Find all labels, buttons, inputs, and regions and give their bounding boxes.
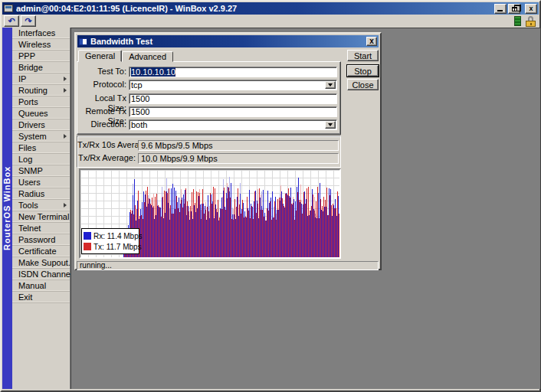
sidebar-item-telnet[interactable]: Telnet (12, 223, 70, 234)
sidebar-item-users[interactable]: Users (12, 177, 70, 188)
sidebar-item-manual[interactable]: Manual (12, 280, 70, 292)
stat-label: Tx/Rx Average: (77, 153, 136, 163)
sidebar-item-files[interactable]: Files (12, 142, 70, 154)
restore-icon (512, 7, 517, 11)
legend-row-tx: Tx: 11.7 Mbps (84, 241, 137, 252)
field-row-local-tx-size: Local Tx Size: 1500 (77, 93, 340, 103)
toolbar: ↶ ↷ (2, 15, 539, 28)
sidebar-item-exit[interactable]: Exit (12, 292, 70, 303)
sidebar-item-label: Exit (18, 292, 32, 302)
redo-button[interactable]: ↷ (21, 15, 36, 27)
winbox-window: admin@00:04:E2:01:11:95 (LicenceIR) - Wi… (0, 0, 541, 392)
field-row-remote-tx-size: Remote Tx Size: 1500 (77, 106, 340, 116)
legend-swatch (84, 243, 91, 250)
bandwidth-chart-frame: Rx: 11.4 Mbps Tx: 11.7 Mbps (79, 168, 341, 259)
sidebar-item-isdn-channels[interactable]: ISDN Channels (12, 269, 70, 280)
field-row-test-to: Test To: 10.10.10.10 (77, 67, 340, 77)
sidebar-item-radius[interactable]: Radius (12, 188, 70, 200)
sidebar-item-new-terminal[interactable]: New Terminal (12, 211, 70, 223)
sidebar-item-label: Make Supout.rif (18, 258, 77, 267)
sidebar-item-label: Interfaces (18, 28, 55, 38)
sidebar-item-snmp[interactable]: SNMP (12, 165, 70, 177)
dropdown-arrow-button[interactable] (325, 81, 336, 89)
tab-advanced[interactable]: Advanced (122, 51, 173, 62)
field-label: Test To: (77, 67, 126, 77)
chevron-down-icon (328, 123, 333, 126)
dialog-close-button[interactable]: x (366, 37, 377, 46)
sidebar-item-wireless[interactable]: Wireless (12, 39, 70, 51)
stat-value: 10.0 Mbps/9.9 Mbps (138, 153, 339, 164)
sidebar-item-ports[interactable]: Ports (12, 96, 70, 108)
sidebar-item-log[interactable]: Log (12, 154, 70, 165)
close-icon: x (529, 5, 533, 12)
sidebar-item-make-supout-rif[interactable]: Make Supout.rif (12, 257, 70, 269)
close-button[interactable]: x (525, 4, 537, 14)
sidebar-item-label: New Terminal (18, 212, 69, 221)
dialog-titlebar[interactable]: Bandwidth Test x (77, 35, 379, 47)
sidebar-item-queues[interactable]: Queues (12, 108, 70, 119)
dropdown-protocol[interactable]: tcp (129, 80, 337, 90)
sidebar-item-password[interactable]: Password (12, 234, 70, 246)
legend-label: Rx: 11.4 Mbps (93, 232, 143, 240)
sidebar-item-label: Drivers (18, 120, 45, 129)
start-button[interactable]: Start (347, 50, 379, 61)
input-test-to[interactable]: 10.10.10.10 (129, 67, 337, 77)
sidebar-item-tools[interactable]: Tools (12, 200, 70, 211)
minimize-button[interactable] (494, 4, 507, 14)
sidebar-item-routing[interactable]: Routing (12, 85, 70, 96)
app-icon (4, 5, 13, 12)
dropdown-arrow-button[interactable] (325, 121, 336, 129)
sidebar-item-label: Radius (18, 189, 44, 198)
traffic-indicator-icon (514, 16, 521, 26)
brand-vertical-text: RouterOS WinBox www.RouterClub.com (2, 28, 12, 389)
sidebar-item-certificate[interactable]: Certificate (12, 246, 70, 257)
tab-label: Advanced (129, 52, 166, 61)
dropdown-direction[interactable]: both (129, 119, 337, 130)
window-titlebar[interactable]: admin@00:04:E2:01:11:95 (LicenceIR) - Wi… (2, 2, 539, 15)
tab-general[interactable]: General (78, 50, 122, 62)
secure-lock-icon (526, 16, 536, 27)
dialog-status-bar: running... (77, 261, 379, 270)
field-value: 10.10.10.10 (131, 67, 175, 77)
undo-button[interactable]: ↶ (4, 15, 19, 27)
sidebar-item-label: System (18, 132, 47, 141)
undo-icon: ↶ (8, 16, 15, 25)
submenu-arrow-icon (64, 88, 67, 93)
sidebar-menu: Interfaces Wireless PPP Bridge IP Routin… (12, 28, 70, 389)
field-row-protocol: Protocol: tcp (77, 80, 340, 90)
field-row-direction: Direction: both (77, 119, 340, 129)
close-button[interactable]: Close (347, 79, 379, 90)
brand-routeros-winbox: RouterOS WinBox (2, 166, 11, 250)
stat-row-tx-rx-average: Tx/Rx Average: 10.0 Mbps/9.9 Mbps (77, 153, 340, 163)
sidebar-item-interfaces[interactable]: Interfaces (12, 28, 70, 39)
stat-label: Tx/Rx 10s Average: (77, 140, 136, 150)
submenu-arrow-icon (64, 203, 67, 207)
sidebar-item-ip[interactable]: IP (12, 74, 70, 85)
stop-button[interactable]: Stop (347, 65, 379, 77)
sidebar-item-label: Certificate (18, 247, 57, 256)
submenu-arrow-icon (64, 134, 67, 139)
restore-button[interactable] (508, 4, 520, 14)
chevron-down-icon (328, 83, 333, 87)
minimize-icon (497, 10, 503, 11)
sidebar-item-label: Manual (18, 281, 46, 290)
bandwidth-test-dialog: Bandwidth Test x GeneralAdvanced Test To… (74, 32, 382, 270)
sidebar-item-label: Routing (18, 86, 48, 95)
tab-label: General (85, 51, 115, 60)
legend-row-rx: Rx: 11.4 Mbps (84, 230, 137, 241)
sidebar-item-ppp[interactable]: PPP (12, 51, 70, 62)
chart-legend: Rx: 11.4 Mbps Tx: 11.7 Mbps (81, 228, 139, 254)
sidebar-item-drivers[interactable]: Drivers (12, 119, 70, 131)
field-value: both (131, 120, 147, 129)
sidebar-item-label: Users (18, 178, 41, 187)
bandwidth-chart-plot: Rx: 11.4 Mbps Tx: 11.7 Mbps (80, 170, 339, 257)
sidebar-item-bridge[interactable]: Bridge (12, 62, 70, 74)
sidebar-item-label: IP (18, 74, 26, 83)
input-local-tx-size[interactable]: 1500 (129, 93, 337, 104)
field-value: 1500 (131, 94, 149, 103)
field-value: tcp (131, 80, 143, 90)
dialog-tabs: GeneralAdvanced (78, 50, 173, 62)
input-remote-tx-size[interactable]: 1500 (129, 106, 337, 117)
sidebar-item-label: SNMP (18, 166, 43, 175)
sidebar-item-system[interactable]: System (12, 131, 70, 142)
